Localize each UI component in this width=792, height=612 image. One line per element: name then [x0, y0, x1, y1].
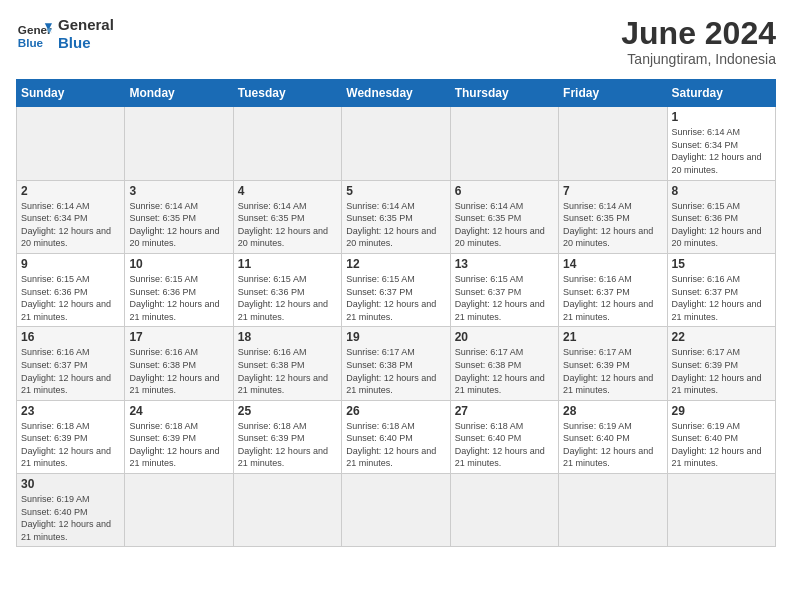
- day-number: 24: [129, 404, 228, 418]
- day-number: 14: [563, 257, 662, 271]
- day-info: Sunrise: 6:14 AM Sunset: 6:35 PM Dayligh…: [563, 200, 662, 250]
- day-info: Sunrise: 6:14 AM Sunset: 6:35 PM Dayligh…: [129, 200, 228, 250]
- day-info: Sunrise: 6:15 AM Sunset: 6:37 PM Dayligh…: [455, 273, 554, 323]
- svg-text:Blue: Blue: [18, 36, 44, 49]
- day-info: Sunrise: 6:16 AM Sunset: 6:37 PM Dayligh…: [21, 346, 120, 396]
- calendar-cell: 13Sunrise: 6:15 AM Sunset: 6:37 PM Dayli…: [450, 253, 558, 326]
- day-number: 2: [21, 184, 120, 198]
- day-number: 13: [455, 257, 554, 271]
- calendar-cell: 4Sunrise: 6:14 AM Sunset: 6:35 PM Daylig…: [233, 180, 341, 253]
- day-info: Sunrise: 6:17 AM Sunset: 6:38 PM Dayligh…: [455, 346, 554, 396]
- day-number: 29: [672, 404, 771, 418]
- day-number: 6: [455, 184, 554, 198]
- calendar-subtitle: Tanjungtiram, Indonesia: [621, 51, 776, 67]
- day-info: Sunrise: 6:14 AM Sunset: 6:35 PM Dayligh…: [238, 200, 337, 250]
- day-info: Sunrise: 6:18 AM Sunset: 6:40 PM Dayligh…: [346, 420, 445, 470]
- day-info: Sunrise: 6:19 AM Sunset: 6:40 PM Dayligh…: [563, 420, 662, 470]
- calendar-cell: 17Sunrise: 6:16 AM Sunset: 6:38 PM Dayli…: [125, 327, 233, 400]
- title-block: June 2024 Tanjungtiram, Indonesia: [621, 16, 776, 67]
- day-number: 23: [21, 404, 120, 418]
- day-info: Sunrise: 6:18 AM Sunset: 6:39 PM Dayligh…: [21, 420, 120, 470]
- day-info: Sunrise: 6:18 AM Sunset: 6:40 PM Dayligh…: [455, 420, 554, 470]
- calendar-cell: 29Sunrise: 6:19 AM Sunset: 6:40 PM Dayli…: [667, 400, 775, 473]
- day-number: 4: [238, 184, 337, 198]
- calendar-cell: 25Sunrise: 6:18 AM Sunset: 6:39 PM Dayli…: [233, 400, 341, 473]
- calendar-cell: 9Sunrise: 6:15 AM Sunset: 6:36 PM Daylig…: [17, 253, 125, 326]
- page-header: General Blue General Blue June 2024 Tanj…: [16, 16, 776, 67]
- calendar-cell: 24Sunrise: 6:18 AM Sunset: 6:39 PM Dayli…: [125, 400, 233, 473]
- calendar-cell: 19Sunrise: 6:17 AM Sunset: 6:38 PM Dayli…: [342, 327, 450, 400]
- calendar-cell: 10Sunrise: 6:15 AM Sunset: 6:36 PM Dayli…: [125, 253, 233, 326]
- day-info: Sunrise: 6:16 AM Sunset: 6:37 PM Dayligh…: [672, 273, 771, 323]
- calendar-header-saturday: Saturday: [667, 80, 775, 107]
- calendar-week-row: 30Sunrise: 6:19 AM Sunset: 6:40 PM Dayli…: [17, 474, 776, 547]
- calendar-cell: 2Sunrise: 6:14 AM Sunset: 6:34 PM Daylig…: [17, 180, 125, 253]
- day-number: 8: [672, 184, 771, 198]
- day-number: 20: [455, 330, 554, 344]
- day-info: Sunrise: 6:14 AM Sunset: 6:35 PM Dayligh…: [455, 200, 554, 250]
- day-info: Sunrise: 6:18 AM Sunset: 6:39 PM Dayligh…: [129, 420, 228, 470]
- calendar-cell: 11Sunrise: 6:15 AM Sunset: 6:36 PM Dayli…: [233, 253, 341, 326]
- calendar-cell: [233, 474, 341, 547]
- day-number: 21: [563, 330, 662, 344]
- calendar-cell: 1Sunrise: 6:14 AM Sunset: 6:34 PM Daylig…: [667, 107, 775, 180]
- day-info: Sunrise: 6:15 AM Sunset: 6:36 PM Dayligh…: [129, 273, 228, 323]
- calendar-title: June 2024: [621, 16, 776, 51]
- day-info: Sunrise: 6:19 AM Sunset: 6:40 PM Dayligh…: [21, 493, 120, 543]
- logo-icon: General Blue: [16, 16, 52, 52]
- calendar-cell: 5Sunrise: 6:14 AM Sunset: 6:35 PM Daylig…: [342, 180, 450, 253]
- day-info: Sunrise: 6:14 AM Sunset: 6:35 PM Dayligh…: [346, 200, 445, 250]
- day-number: 7: [563, 184, 662, 198]
- calendar-cell: 12Sunrise: 6:15 AM Sunset: 6:37 PM Dayli…: [342, 253, 450, 326]
- calendar-cell: 8Sunrise: 6:15 AM Sunset: 6:36 PM Daylig…: [667, 180, 775, 253]
- calendar-week-row: 23Sunrise: 6:18 AM Sunset: 6:39 PM Dayli…: [17, 400, 776, 473]
- calendar-header-sunday: Sunday: [17, 80, 125, 107]
- day-number: 11: [238, 257, 337, 271]
- calendar-cell: 18Sunrise: 6:16 AM Sunset: 6:38 PM Dayli…: [233, 327, 341, 400]
- day-number: 17: [129, 330, 228, 344]
- calendar-week-row: 9Sunrise: 6:15 AM Sunset: 6:36 PM Daylig…: [17, 253, 776, 326]
- calendar-week-row: 16Sunrise: 6:16 AM Sunset: 6:37 PM Dayli…: [17, 327, 776, 400]
- day-number: 18: [238, 330, 337, 344]
- calendar-cell: 14Sunrise: 6:16 AM Sunset: 6:37 PM Dayli…: [559, 253, 667, 326]
- day-info: Sunrise: 6:15 AM Sunset: 6:36 PM Dayligh…: [21, 273, 120, 323]
- day-number: 25: [238, 404, 337, 418]
- day-info: Sunrise: 6:14 AM Sunset: 6:34 PM Dayligh…: [672, 126, 771, 176]
- calendar-cell: [125, 107, 233, 180]
- day-info: Sunrise: 6:17 AM Sunset: 6:39 PM Dayligh…: [563, 346, 662, 396]
- calendar-cell: 3Sunrise: 6:14 AM Sunset: 6:35 PM Daylig…: [125, 180, 233, 253]
- logo: General Blue General Blue: [16, 16, 114, 52]
- calendar-week-row: 1Sunrise: 6:14 AM Sunset: 6:34 PM Daylig…: [17, 107, 776, 180]
- calendar-cell: 23Sunrise: 6:18 AM Sunset: 6:39 PM Dayli…: [17, 400, 125, 473]
- calendar-table: SundayMondayTuesdayWednesdayThursdayFrid…: [16, 79, 776, 547]
- calendar-cell: [233, 107, 341, 180]
- day-info: Sunrise: 6:16 AM Sunset: 6:38 PM Dayligh…: [238, 346, 337, 396]
- day-number: 22: [672, 330, 771, 344]
- calendar-cell: 30Sunrise: 6:19 AM Sunset: 6:40 PM Dayli…: [17, 474, 125, 547]
- calendar-cell: [559, 107, 667, 180]
- logo-blue: Blue: [58, 34, 114, 52]
- day-number: 3: [129, 184, 228, 198]
- calendar-cell: [17, 107, 125, 180]
- day-info: Sunrise: 6:15 AM Sunset: 6:36 PM Dayligh…: [238, 273, 337, 323]
- day-number: 19: [346, 330, 445, 344]
- day-number: 12: [346, 257, 445, 271]
- day-number: 26: [346, 404, 445, 418]
- logo-general: General: [58, 16, 114, 34]
- calendar-cell: 26Sunrise: 6:18 AM Sunset: 6:40 PM Dayli…: [342, 400, 450, 473]
- day-number: 9: [21, 257, 120, 271]
- calendar-header-tuesday: Tuesday: [233, 80, 341, 107]
- day-number: 10: [129, 257, 228, 271]
- calendar-cell: 27Sunrise: 6:18 AM Sunset: 6:40 PM Dayli…: [450, 400, 558, 473]
- day-info: Sunrise: 6:14 AM Sunset: 6:34 PM Dayligh…: [21, 200, 120, 250]
- day-info: Sunrise: 6:17 AM Sunset: 6:38 PM Dayligh…: [346, 346, 445, 396]
- calendar-cell: 22Sunrise: 6:17 AM Sunset: 6:39 PM Dayli…: [667, 327, 775, 400]
- calendar-cell: 7Sunrise: 6:14 AM Sunset: 6:35 PM Daylig…: [559, 180, 667, 253]
- calendar-cell: [559, 474, 667, 547]
- calendar-header-row: SundayMondayTuesdayWednesdayThursdayFrid…: [17, 80, 776, 107]
- day-info: Sunrise: 6:16 AM Sunset: 6:37 PM Dayligh…: [563, 273, 662, 323]
- day-number: 30: [21, 477, 120, 491]
- calendar-cell: [342, 474, 450, 547]
- calendar-cell: 15Sunrise: 6:16 AM Sunset: 6:37 PM Dayli…: [667, 253, 775, 326]
- calendar-cell: 21Sunrise: 6:17 AM Sunset: 6:39 PM Dayli…: [559, 327, 667, 400]
